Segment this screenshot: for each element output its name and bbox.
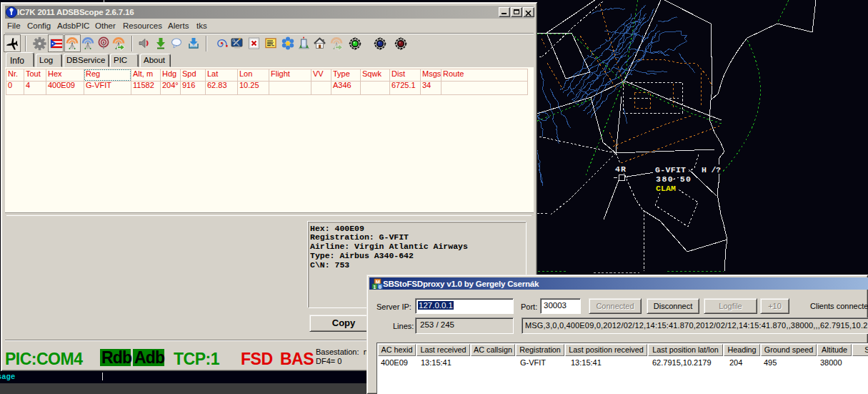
svg-text:4R: 4R xyxy=(615,164,626,174)
svg-text:H /?: H /? xyxy=(702,165,721,174)
svg-text:G-VFIT: G-VFIT xyxy=(655,165,686,174)
svg-text:0: 0 xyxy=(379,285,381,290)
svg-text:CLAM: CLAM xyxy=(656,184,676,193)
svg-text:1: 1 xyxy=(374,285,376,290)
